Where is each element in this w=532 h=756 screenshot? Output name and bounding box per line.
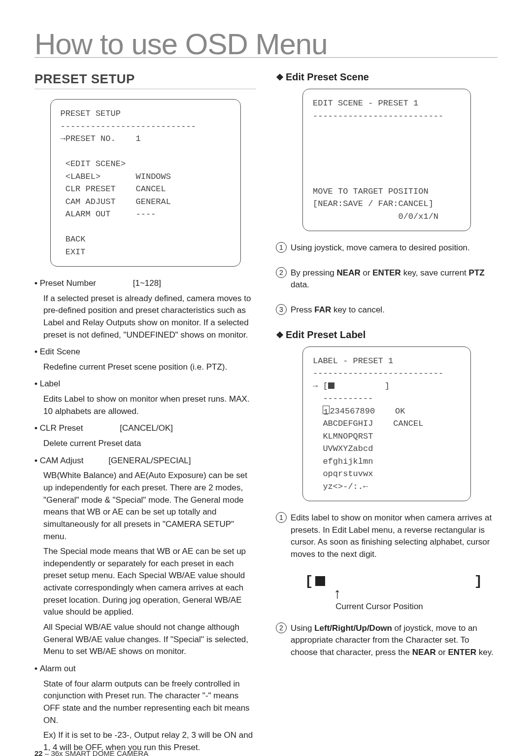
screen-preset-setup: PRESET SETUP ---------------------------…	[50, 99, 241, 267]
step-text: data.	[291, 280, 309, 289]
arrow-up-icon: ↑	[333, 587, 342, 602]
step-number-icon: 2	[276, 622, 287, 633]
bullet-desc: State of four alarm outputs can be freel…	[43, 678, 256, 727]
step-text: Edits label to show on monitor when came…	[291, 513, 492, 559]
bullet-label: Edit Scene	[40, 347, 80, 356]
key-joystick-directions: Left/Right/Up/Down	[314, 623, 392, 633]
screen-edit-scene: EDIT SCENE - PRESET 1 ------------------…	[302, 89, 471, 231]
bullet-label: Alarm out	[40, 664, 76, 673]
step-text: key.	[476, 648, 494, 657]
bullet-value: [CANCEL/OK]	[120, 422, 173, 435]
cursor-block-icon	[315, 576, 325, 586]
bullet-desc: All Special WB/AE value should not chang…	[43, 621, 256, 658]
step-text: Using	[291, 623, 314, 633]
screen-edit-label: LABEL - PRESET 1 -----------------------…	[302, 346, 471, 502]
left-column: PRESET SETUP PRESET SETUP --------------…	[34, 71, 256, 756]
step-number-icon: 3	[276, 304, 287, 315]
bullet-label: CLR Preset	[40, 423, 83, 433]
step-text: Press	[291, 305, 314, 314]
subheading-text: Edit Preset Scene	[286, 71, 369, 82]
step-text: or	[436, 648, 448, 657]
edit-label-steps-cont: 2 Using Left/Right/Up/Down of joystick, …	[276, 622, 498, 659]
bullet-edit-scene: Edit Scene Redefine current Preset scene…	[34, 346, 256, 373]
bullet-value: [GENERAL/SPECIAL]	[108, 455, 191, 467]
step-number-icon: 1	[276, 512, 287, 523]
cursor-block-icon	[328, 382, 334, 389]
page-number: 22	[34, 749, 43, 756]
bullet-clr-preset: CLR Preset [CANCEL/OK] Delete current Pr…	[34, 422, 256, 449]
bullet-label: Preset Number	[40, 278, 96, 288]
cursor-position-figure: [ ] ↑ Current Cursor Position	[291, 574, 498, 612]
step-text: By pressing	[291, 268, 337, 277]
right-column: ❖Edit Preset Scene EDIT SCENE - PRESET 1…	[276, 71, 498, 756]
bullet-preset-number: Preset Number [1~128] If a selected pres…	[34, 277, 256, 341]
step-3: 3 Press FAR key to cancel.	[276, 304, 498, 316]
edit-label-steps: 1 Edits label to show on monitor when ca…	[276, 512, 498, 561]
key-near: NEAR	[412, 648, 436, 657]
key-enter: ENTER	[448, 648, 476, 657]
footer-sep: –	[43, 749, 51, 756]
subheading-edit-preset-scene: ❖Edit Preset Scene	[276, 71, 498, 83]
step-number-icon: 1	[276, 242, 287, 253]
step-text: key, save current	[401, 268, 469, 277]
key-enter: ENTER	[372, 268, 401, 277]
key-near: NEAR	[337, 268, 361, 277]
bullet-desc: Delete current Preset data	[43, 438, 256, 450]
bullet-desc: WB(White Balance) and AE(Auto Exposure) …	[43, 470, 256, 543]
bullet-desc: If a selected preset is already defined,…	[43, 293, 256, 342]
step-2: 2 Using Left/Right/Up/Down of joystick, …	[276, 622, 498, 659]
page-title-wrap: How to use OSD Menu	[34, 30, 498, 58]
key-ptz: PTZ	[469, 268, 485, 277]
bullet-cam-adjust: CAM Adjust [GENERAL/SPECIAL] WB(White Ba…	[34, 455, 256, 658]
bullet-value: [1~128]	[133, 277, 161, 290]
edit-scene-steps: 1 Using joystick, move camera to desired…	[276, 242, 498, 316]
preset-setup-bullets: Preset Number [1~128] If a selected pres…	[34, 277, 256, 754]
step-1: 1 Using joystick, move camera to desired…	[276, 242, 498, 254]
step-2: 2 By pressing NEAR or ENTER key, save cu…	[276, 267, 498, 291]
subheading-edit-preset-label: ❖Edit Preset Label	[276, 329, 498, 341]
selection-box-icon: 1	[323, 406, 330, 414]
screen-text: 234567890 OK ABCDEFGHIJ CANCEL KLMNOPQRS…	[313, 407, 423, 491]
footer-title: 36x SMART DOME CAMERA	[51, 749, 148, 756]
bullet-desc: Redefine current Preset scene position (…	[43, 361, 256, 374]
step-text: Using joystick, move camera to desired p…	[291, 243, 470, 252]
step-text: key to cancel.	[331, 305, 385, 314]
step-number-icon: 2	[276, 267, 287, 278]
step-text: or	[361, 268, 373, 277]
page-title: How to use OSD Menu	[34, 30, 498, 59]
bullet-desc: Edits Label to show on monitor when pres…	[43, 393, 256, 417]
cursor-caption: Current Cursor Position	[335, 602, 423, 612]
bullet-label: Label	[40, 379, 61, 388]
bullet-desc: The Special mode means that WB or AE can…	[43, 546, 256, 619]
bullet-alarm-out: Alarm out State of four alarm outputs ca…	[34, 663, 256, 754]
bullet-label: CAM Adjust	[40, 456, 84, 465]
key-far: FAR	[314, 305, 331, 314]
page-footer: 22 – 36x SMART DOME CAMERA	[34, 749, 148, 756]
diamond-icon: ❖	[276, 72, 284, 82]
subheading-text: Edit Preset Label	[286, 329, 366, 340]
bullet-label-item: Label Edits Label to show on monitor whe…	[34, 378, 256, 417]
step-1: 1 Edits label to show on monitor when ca…	[276, 512, 498, 561]
cursor-bracket-row: [ ]	[305, 574, 483, 589]
diamond-icon: ❖	[276, 330, 284, 340]
section-heading-preset-setup: PRESET SETUP	[34, 71, 256, 89]
